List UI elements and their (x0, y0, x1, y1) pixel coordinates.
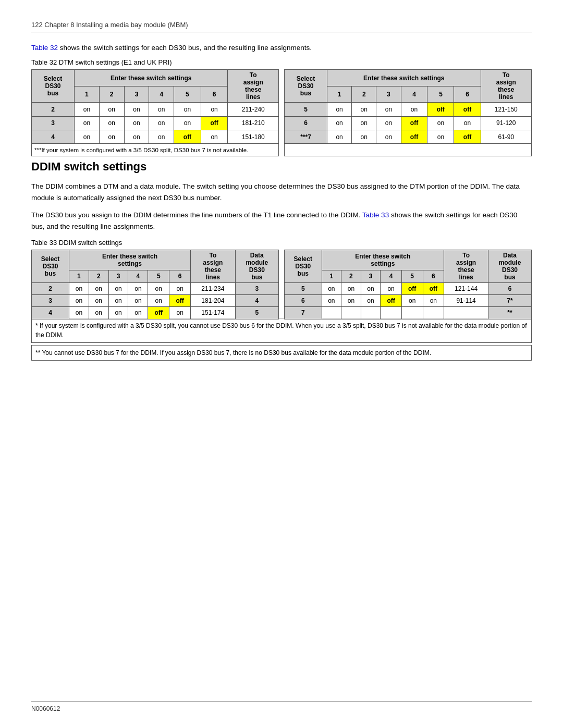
intro-paragraph: Table 32 shows the switch settings for e… (31, 43, 532, 53)
s6-off: off (169, 294, 191, 306)
s3: on (124, 103, 149, 116)
to-assign-header-t33-right: Toassigntheselines (444, 250, 488, 282)
table-row: 6 on on on off on on 91-120 (285, 116, 532, 130)
table33-right: SelectDS30bus Enter these switchsettings… (284, 250, 532, 319)
select-header-right: SelectDS30bus (285, 70, 327, 103)
table32-link[interactable]: Table 32 (31, 44, 58, 52)
s2: on (99, 116, 124, 130)
bus-cell: 7 (285, 307, 322, 319)
enter-switch-header-t33-left: Enter these switchsettings (69, 250, 191, 270)
s5: on (401, 294, 423, 306)
header-text: 122 Chapter 8 Installing a media bay mod… (31, 21, 188, 29)
data-bus: ** (488, 307, 532, 319)
table-row: 5 on on on on off off 121-150 (285, 103, 532, 116)
data-module-header-t33-left: DatamoduleDS30bus (235, 250, 278, 282)
s1: on (322, 294, 341, 306)
col2-t33-left: 2 (89, 270, 108, 283)
ddim-para1: The DDIM combines a DTM and a data modul… (31, 181, 532, 203)
s2: on (352, 130, 376, 144)
col6-left: 6 (201, 86, 228, 103)
ddim-section-title: DDIM switch settings (31, 160, 532, 174)
table33-link[interactable]: Table 33 (362, 211, 389, 219)
table32-right: SelectDS30bus Enter these switch setting… (284, 69, 532, 156)
s2: on (352, 116, 376, 130)
table-row: 6 on on on off on on 91-114 7* (285, 294, 532, 306)
col4-left: 4 (149, 86, 174, 103)
col2-right: 2 (352, 86, 376, 103)
data-bus: 3 (235, 282, 278, 294)
table-row: 4 on on on on off on 151-180 (32, 130, 279, 144)
s1: on (322, 282, 341, 294)
lines: 91-114 (444, 294, 488, 306)
lines: 151-180 (228, 130, 279, 144)
table32-left: SelectDS30bus Enter these switch setting… (31, 69, 279, 156)
s4-off: off (401, 116, 427, 130)
s5: on (148, 282, 169, 294)
s2 (341, 307, 361, 319)
table33-caption-label: Table 33 (31, 239, 57, 246)
to-assign-header-left: Toassigntheselines (228, 70, 279, 103)
lines: 61-90 (481, 130, 531, 144)
ddim-para2: The DS30 bus you assign to the DDIM dete… (31, 209, 532, 232)
s4: on (128, 294, 148, 306)
s4: on (128, 282, 148, 294)
s4: on (401, 103, 427, 116)
s5: on (174, 103, 201, 116)
footnote-row: ***If your system is configured with a 3… (32, 144, 279, 156)
col2-left: 2 (99, 86, 124, 103)
table-row: 7 ** (285, 307, 532, 319)
col5-t33-left: 5 (148, 270, 169, 283)
s4: on (381, 282, 402, 294)
s3: on (108, 294, 128, 306)
s4 (381, 307, 402, 319)
s3: on (108, 282, 128, 294)
s2: on (341, 294, 361, 306)
col5-right: 5 (427, 86, 454, 103)
page-header: 122 Chapter 8 Installing a media bay mod… (31, 21, 532, 32)
s5-off: off (401, 282, 423, 294)
bus-cell: 2 (32, 103, 75, 116)
s6-off: off (423, 282, 444, 294)
s1: on (75, 103, 100, 116)
s4: on (128, 307, 148, 319)
s5: on (427, 130, 454, 144)
data-bus: 4 (235, 294, 278, 306)
col3-left: 3 (124, 86, 149, 103)
data-module-header-t33-right: DatamoduleDS30bus (488, 250, 532, 282)
s5: on (148, 294, 169, 306)
table33-wrapper: SelectDS30bus Enter these switchsettings… (31, 250, 532, 316)
s1: on (327, 130, 352, 144)
s5-off: off (174, 130, 201, 144)
lines: 91-120 (481, 116, 531, 130)
col5-t33-right: 5 (401, 270, 423, 283)
s5-off: off (148, 307, 169, 319)
table-row: 2 on on on on on on 211-234 3 (32, 282, 279, 294)
s1: on (69, 282, 89, 294)
s3: on (108, 307, 128, 319)
s4-off: off (381, 294, 402, 306)
col4-right: 4 (401, 86, 427, 103)
bus-cell: ***7 (285, 130, 327, 144)
col3-right: 3 (376, 86, 401, 103)
s6 (423, 307, 444, 319)
s6-off: off (454, 130, 481, 144)
table33-footnote1: * If your system is configured with a 3/… (31, 318, 532, 343)
intro-text-content: shows the switch settings for each DS30 … (60, 44, 312, 52)
col5-left: 5 (174, 86, 201, 103)
footnote-cell-right (285, 144, 532, 156)
s6: on (169, 307, 191, 319)
lines: 151-174 (191, 307, 236, 319)
s1: on (327, 103, 352, 116)
s5 (401, 307, 423, 319)
s6: on (201, 103, 228, 116)
s4: on (149, 103, 174, 116)
s3: on (361, 282, 381, 294)
s2: on (89, 307, 108, 319)
table-row: ***7 on on on off on off 61-90 (285, 130, 532, 144)
s4: on (149, 130, 174, 144)
footnote-row (285, 144, 532, 156)
lines: 121-144 (444, 282, 488, 294)
select-header-t33-left: SelectDS30bus (32, 250, 69, 282)
col3-t33-right: 3 (361, 270, 381, 283)
s2: on (89, 282, 108, 294)
